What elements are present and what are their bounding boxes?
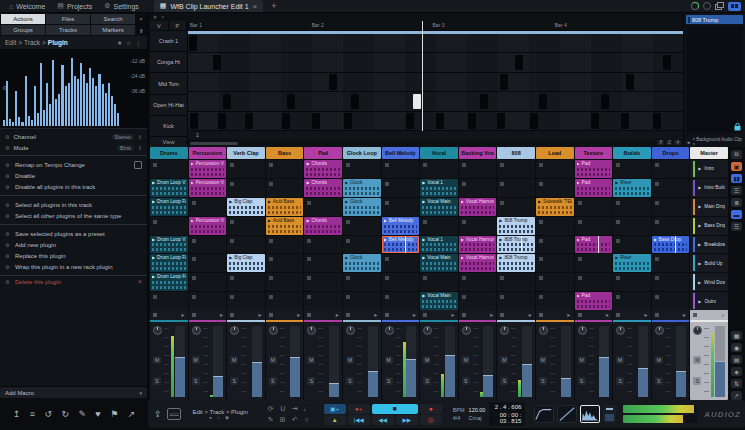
clip[interactable]: ▶Sidewalk 'TELO...: [536, 198, 574, 216]
play-icon[interactable]: ▶: [422, 237, 425, 242]
stop-icon[interactable]: [192, 313, 196, 317]
clip-slot[interactable]: [652, 292, 690, 310]
stop-icon[interactable]: [693, 313, 697, 317]
note[interactable]: [500, 74, 508, 89]
undo-icon[interactable]: ↺: [44, 409, 52, 419]
record-arm-button[interactable]: ●+: [348, 404, 370, 414]
clip[interactable]: ▶Bell Melody: [382, 236, 420, 254]
clip-slot[interactable]: [266, 273, 304, 291]
solo-button[interactable]: S: [307, 377, 315, 385]
clip-slot[interactable]: ▶808 Trump: [497, 254, 535, 272]
play-icon[interactable]: ▶: [306, 180, 309, 185]
stop-slot-icon[interactable]: [269, 239, 273, 243]
stop-slot-icon[interactable]: [346, 239, 350, 243]
clip-slot[interactable]: ▶Breakdown: [690, 236, 728, 254]
clip-slot[interactable]: [420, 217, 458, 235]
clip[interactable]: ▶Pad: [575, 160, 613, 178]
clip-slot[interactable]: ▶Vocal Harmony: [459, 254, 497, 272]
tape-icon[interactable]: ▭▭: [167, 408, 182, 420]
track-header-808[interactable]: 808: [497, 147, 535, 159]
track-header-pad[interactable]: Pad: [304, 147, 342, 159]
stop-slot-icon[interactable]: [307, 201, 311, 205]
volume-fader[interactable]: [213, 326, 223, 397]
mute-button[interactable]: M: [385, 356, 393, 364]
clip-slot[interactable]: [575, 198, 613, 216]
stop-slot-icon[interactable]: [307, 257, 311, 261]
clip-slot[interactable]: ▶Bass Drop: [652, 236, 690, 254]
column-header-v[interactable]: V: [150, 21, 169, 30]
clip-slot[interactable]: [382, 273, 420, 291]
drum-row-mid-tom[interactable]: Mid Tom: [150, 73, 187, 94]
note[interactable]: [351, 94, 359, 109]
clip-slot[interactable]: [189, 236, 227, 254]
play-icon[interactable]: ▶: [538, 199, 541, 204]
list-toggle-icon[interactable]: ☰: [731, 222, 742, 231]
cursor-icon[interactable]: ➤: [682, 312, 686, 318]
clip-slot[interactable]: [652, 160, 690, 178]
stop-slot-icon[interactable]: [230, 239, 234, 243]
clip-slot[interactable]: [304, 254, 342, 272]
stop-slot-icon[interactable]: [539, 239, 543, 243]
solo-button[interactable]: S: [578, 377, 586, 385]
clip[interactable]: ▶Vocal Harmony: [459, 254, 497, 272]
stop-slot-icon[interactable]: [385, 201, 389, 205]
mute-button[interactable]: M: [423, 356, 431, 364]
breadcrumb-track[interactable]: Track: [24, 39, 40, 46]
clip-slot[interactable]: ▶Build Up: [690, 254, 728, 272]
cursor-icon[interactable]: ➤: [258, 312, 262, 318]
clip-slot[interactable]: [652, 179, 690, 197]
note[interactable]: [282, 113, 290, 128]
note[interactable]: [218, 113, 226, 128]
stop-slot-icon[interactable]: [230, 220, 234, 224]
play-icon[interactable]: ▶: [615, 180, 618, 185]
play-icon[interactable]: ▶: [698, 223, 701, 228]
mute-button[interactable]: M: [153, 356, 161, 364]
clip-slot[interactable]: [613, 160, 651, 178]
note[interactable]: [663, 55, 671, 70]
mute-button[interactable]: M: [500, 356, 508, 364]
redo-icon[interactable]: ↻: [61, 409, 69, 419]
clip[interactable]: ▶Pad: [575, 179, 613, 197]
note[interactable]: [287, 94, 295, 109]
stepper-icon[interactable]: ⇕: [138, 134, 142, 140]
volume-fader[interactable]: [599, 326, 609, 397]
clip-slot[interactable]: [613, 217, 651, 235]
clip-slot[interactable]: [343, 236, 381, 254]
cursor-icon[interactable]: ➤: [219, 312, 223, 318]
stop-slot-icon[interactable]: [192, 257, 196, 261]
close-panel-icon[interactable]: ×: [136, 14, 146, 24]
punch-icon[interactable]: ⇥: [289, 403, 301, 414]
mixer-toggle-icon[interactable]: ▮▮: [731, 174, 742, 183]
note[interactable]: [626, 74, 634, 89]
clip-slot[interactable]: [536, 179, 574, 197]
clip[interactable]: ▶Drum Loop Full: [150, 273, 188, 291]
master-fader-widget[interactable]: [603, 405, 616, 423]
clip-slot[interactable]: [150, 217, 188, 235]
stop-slot-icon[interactable]: [539, 295, 543, 299]
clip-slot[interactable]: [343, 273, 381, 291]
clip-slot[interactable]: ▶Sidewalk 'TELO...: [536, 198, 574, 216]
clip-slot[interactable]: [497, 292, 535, 310]
menu-icon[interactable]: ≡: [30, 409, 35, 419]
stop-slot-icon[interactable]: [462, 276, 466, 280]
action-wrap-this-plugin-in-a-new-rack-plugin[interactable]: ⚙Wrap this plugin in a new rack plugin: [0, 261, 147, 272]
clip-slot[interactable]: [536, 292, 574, 310]
property-mode[interactable]: ⚙ModeBins⇕: [0, 142, 147, 153]
clip-slot[interactable]: ▶Chords: [304, 217, 342, 235]
note[interactable]: [223, 94, 231, 109]
pan-knob[interactable]: [539, 326, 548, 335]
mute-button[interactable]: M: [655, 356, 663, 364]
warning-button[interactable]: ▲: [324, 415, 346, 425]
record-button[interactable]: ●: [420, 404, 442, 414]
cursor-icon[interactable]: ➤: [721, 312, 725, 318]
stop-slot-icon[interactable]: [307, 276, 311, 280]
track-header-drops[interactable]: Drops: [652, 147, 690, 159]
stop-slot-icon[interactable]: [616, 295, 620, 299]
mute-button[interactable]: M: [462, 356, 470, 364]
clip-slot[interactable]: [304, 236, 342, 254]
solo-button[interactable]: S: [192, 377, 200, 385]
play-icon[interactable]: ▶: [499, 218, 502, 223]
clip-slot[interactable]: [652, 217, 690, 235]
play-icon[interactable]: ▶: [229, 199, 232, 204]
share-icon[interactable]: ↗: [731, 391, 742, 400]
